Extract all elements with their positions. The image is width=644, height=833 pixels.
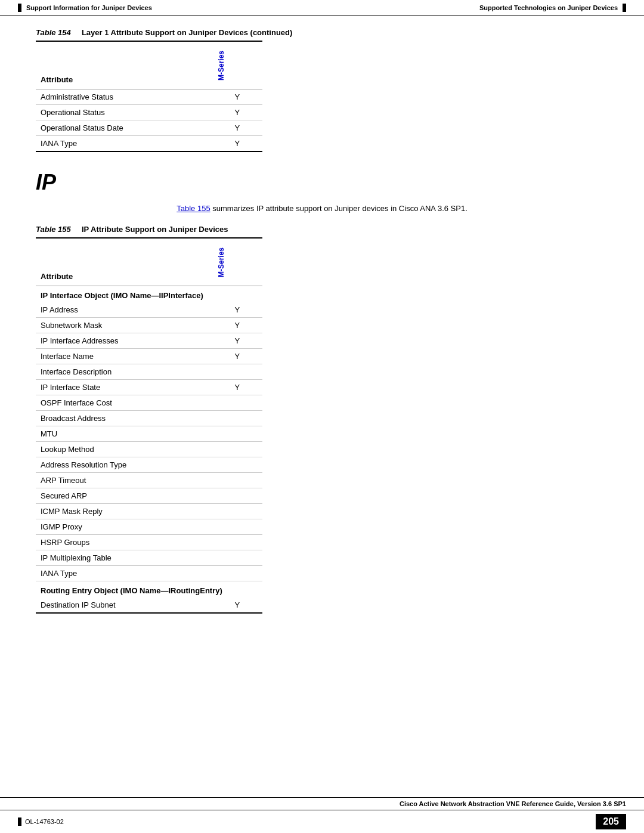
table155: Attribute M-Series IP Interface Object (… bbox=[36, 237, 262, 614]
attribute-cell: Operational Status bbox=[36, 105, 212, 120]
table-row: IP Interface AddressesY bbox=[36, 333, 262, 349]
mseries-cell bbox=[212, 519, 262, 535]
imo-group-row: IP Interface Object (IMO Name—IIPInterfa… bbox=[36, 286, 262, 303]
table-row: ICMP Mask Reply bbox=[36, 504, 262, 519]
table-row: Address Resolution Type bbox=[36, 457, 262, 473]
footer-ol-text: OL-14763-02 bbox=[25, 818, 64, 825]
table154-title: Table 154 Layer 1 Attribute Support on J… bbox=[36, 28, 608, 37]
header-left: Support Information for Juniper Devices bbox=[18, 4, 152, 12]
table-row: Secured ARP bbox=[36, 488, 262, 504]
attribute-cell: Subnetwork Mask bbox=[36, 318, 212, 333]
mseries-cell: Y bbox=[212, 349, 262, 364]
table155-mseries-label: M-Series bbox=[217, 241, 225, 283]
table-row: IP Interface StateY bbox=[36, 380, 262, 395]
attribute-cell: Broadcast Address bbox=[36, 411, 212, 426]
table-row: Lookup Method bbox=[36, 442, 262, 457]
mseries-cell bbox=[212, 488, 262, 504]
footer-left-icon bbox=[18, 817, 21, 826]
mseries-cell bbox=[212, 426, 262, 442]
table-row: IP AddressY bbox=[36, 302, 262, 318]
mseries-cell: Y bbox=[212, 318, 262, 333]
header-bar: Support Information for Juniper Devices … bbox=[0, 0, 644, 16]
table-row: IANA Type bbox=[36, 566, 262, 581]
footer-bottom: OL-14763-02 205 bbox=[0, 810, 644, 833]
table-row: MTU bbox=[36, 426, 262, 442]
table154-title-text: Layer 1 Attribute Support on Juniper Dev… bbox=[82, 28, 292, 37]
table-row: ARP Timeout bbox=[36, 473, 262, 488]
table155-col-mseries-header: M-Series bbox=[212, 238, 262, 286]
attribute-cell: Destination IP Subnet bbox=[36, 597, 212, 613]
attribute-cell: ARP Timeout bbox=[36, 473, 212, 488]
table-row: IGMP Proxy bbox=[36, 519, 262, 535]
header-left-icon bbox=[18, 4, 21, 12]
mseries-cell bbox=[212, 504, 262, 519]
header-right: Supported Technologies on Juniper Device… bbox=[479, 4, 626, 12]
table154-mseries-label: M-Series bbox=[217, 45, 225, 86]
mseries-cell: Y bbox=[212, 302, 262, 318]
attribute-cell: Operational Status Date bbox=[36, 120, 212, 136]
table-row: Administrative StatusY bbox=[36, 89, 262, 105]
imo-group-label: Routing Entry Object (IMO Name—IRoutingE… bbox=[36, 581, 262, 598]
table-row: HSRP Groups bbox=[36, 535, 262, 550]
attribute-cell: IP Address bbox=[36, 302, 212, 318]
attribute-cell: IANA Type bbox=[36, 136, 212, 152]
attribute-cell: Interface Name bbox=[36, 349, 212, 364]
attribute-cell: MTU bbox=[36, 426, 212, 442]
mseries-cell: Y bbox=[212, 89, 262, 105]
table-row: IP Multiplexing Table bbox=[36, 550, 262, 566]
table-row: Broadcast Address bbox=[36, 411, 262, 426]
footer-top: Cisco Active Network Abstraction VNE Ref… bbox=[0, 798, 644, 810]
attribute-cell: Interface Description bbox=[36, 364, 212, 380]
attribute-cell: IANA Type bbox=[36, 566, 212, 581]
table-row: Subnetwork MaskY bbox=[36, 318, 262, 333]
table-row: IANA TypeY bbox=[36, 136, 262, 152]
table155-title-text: IP Attribute Support on Juniper Devices bbox=[82, 225, 228, 234]
mseries-cell: Y bbox=[212, 136, 262, 152]
mseries-cell: Y bbox=[212, 333, 262, 349]
mseries-cell: Y bbox=[212, 597, 262, 613]
mseries-cell bbox=[212, 457, 262, 473]
main-content: Table 154 Layer 1 Attribute Support on J… bbox=[0, 16, 644, 667]
table-row: Interface Description bbox=[36, 364, 262, 380]
table154-col-mseries-header: M-Series bbox=[212, 41, 262, 89]
table155-link[interactable]: Table 155 bbox=[177, 204, 210, 213]
table-row: Interface NameY bbox=[36, 349, 262, 364]
mseries-cell: Y bbox=[212, 105, 262, 120]
table154-header-row: Attribute M-Series bbox=[36, 41, 262, 89]
mseries-cell bbox=[212, 364, 262, 380]
attribute-cell: Address Resolution Type bbox=[36, 457, 212, 473]
attribute-cell: Lookup Method bbox=[36, 442, 212, 457]
ip-section-heading: IP bbox=[36, 170, 608, 195]
header-left-text: Support Information for Juniper Devices bbox=[26, 4, 152, 11]
mseries-cell bbox=[212, 395, 262, 411]
table154-label: Table 154 bbox=[36, 28, 71, 37]
attribute-cell: Administrative Status bbox=[36, 89, 212, 105]
mseries-cell bbox=[212, 411, 262, 426]
attribute-cell: OSPF Interface Cost bbox=[36, 395, 212, 411]
table155-col-attribute-header: Attribute bbox=[36, 238, 212, 286]
footer-page-number: 205 bbox=[596, 814, 626, 829]
table-row: OSPF Interface Cost bbox=[36, 395, 262, 411]
mseries-cell bbox=[212, 566, 262, 581]
imo-group-row: Routing Entry Object (IMO Name—IRoutingE… bbox=[36, 581, 262, 598]
attribute-cell: IP Multiplexing Table bbox=[36, 550, 212, 566]
mseries-cell: Y bbox=[212, 380, 262, 395]
page-container: Support Information for Juniper Devices … bbox=[0, 0, 644, 833]
summary-text: summarizes IP attribute support on Junip… bbox=[210, 204, 467, 213]
mseries-cell bbox=[212, 550, 262, 566]
table154: Attribute M-Series Administrative Status… bbox=[36, 41, 262, 152]
table155-label: Table 155 bbox=[36, 225, 71, 234]
table-row: Destination IP SubnetY bbox=[36, 597, 262, 613]
table155-title: Table 155 IP Attribute Support on Junipe… bbox=[36, 225, 608, 234]
mseries-cell bbox=[212, 442, 262, 457]
attribute-cell: IGMP Proxy bbox=[36, 519, 212, 535]
table154-col-attribute-header: Attribute bbox=[36, 41, 212, 89]
footer-left: OL-14763-02 bbox=[18, 817, 64, 826]
table-row: Operational StatusY bbox=[36, 105, 262, 120]
header-right-text: Supported Technologies on Juniper Device… bbox=[479, 4, 618, 11]
footer-top-text: Cisco Active Network Abstraction VNE Ref… bbox=[400, 800, 626, 807]
attribute-cell: ICMP Mask Reply bbox=[36, 504, 212, 519]
attribute-cell: HSRP Groups bbox=[36, 535, 212, 550]
summary-paragraph: Table 155 summarizes IP attribute suppor… bbox=[36, 204, 608, 213]
mseries-cell: Y bbox=[212, 120, 262, 136]
